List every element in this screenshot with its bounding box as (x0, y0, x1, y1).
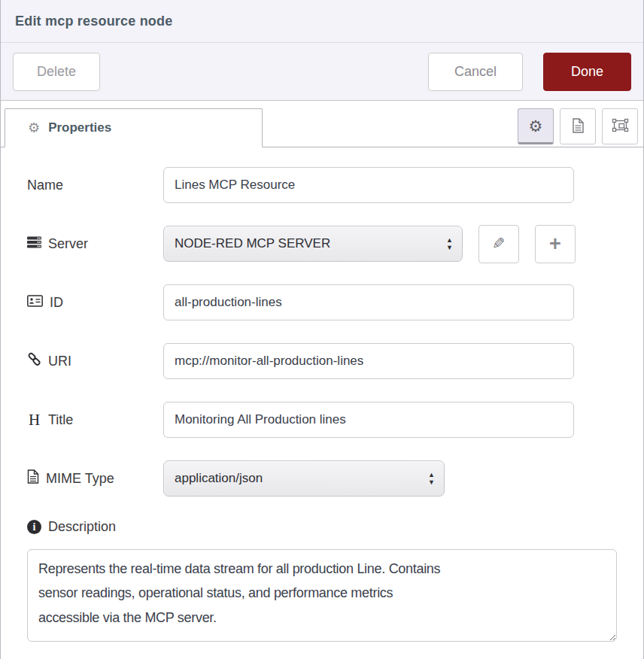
server-select-value: NODE-RED MCP SERVER (175, 236, 330, 251)
edit-node-dialog: Edit mcp resource node Delete Cancel Don… (0, 0, 644, 659)
id-label-text: ID (50, 295, 63, 311)
name-label-text: Name (27, 178, 63, 193)
mime-row: MIME Type application/json ▲▼ (27, 460, 643, 497)
server-label-text: Server (48, 236, 88, 252)
uri-input[interactable] (163, 343, 574, 379)
gear-icon: ⚙︎ (28, 121, 40, 135)
id-row: ID (27, 284, 643, 320)
appearance-view-button[interactable] (602, 108, 638, 144)
title-label-text: Title (48, 412, 73, 428)
gear-icon: ⚙︎ (529, 118, 543, 134)
id-card-icon (27, 295, 43, 311)
cancel-button[interactable]: Cancel (428, 53, 523, 91)
mime-label: MIME Type (27, 469, 163, 487)
description-view-button[interactable] (560, 108, 596, 144)
server-label: Server (27, 236, 163, 252)
description-textarea[interactable]: Represents the real-time data stream for… (27, 549, 617, 642)
file-lines-icon (27, 469, 39, 487)
title-input[interactable] (163, 402, 574, 438)
title-label: H Title (27, 411, 163, 430)
properties-form: Name Server NODE-RED (1, 147, 643, 642)
tab-bar: ⚙︎ Properties ⚙︎ (1, 101, 643, 147)
link-icon (27, 352, 41, 370)
name-row: Name (27, 167, 643, 203)
id-input[interactable] (163, 284, 574, 320)
server-icon (27, 236, 41, 252)
add-server-button[interactable]: + (535, 225, 576, 263)
server-row: Server NODE-RED MCP SERVER ▲▼ ✎ + (27, 226, 643, 262)
title-row: H Title (27, 402, 643, 438)
heading-icon: H (27, 411, 41, 430)
done-button[interactable]: Done (543, 53, 631, 91)
name-label: Name (27, 178, 163, 193)
tab-properties-label: Properties (48, 120, 111, 135)
delete-button[interactable]: Delete (13, 53, 100, 91)
uri-row: URI (27, 343, 643, 379)
id-label: ID (27, 295, 163, 311)
mime-label-text: MIME Type (46, 471, 114, 487)
edit-server-button[interactable]: ✎ (478, 225, 519, 263)
server-select[interactable]: NODE-RED MCP SERVER ▲▼ (163, 226, 463, 262)
tab-view-buttons: ⚙︎ (518, 108, 638, 144)
dialog-title: Edit mcp resource node (15, 14, 172, 29)
tab-properties[interactable]: ⚙︎ Properties (5, 108, 263, 147)
description-label-text: Description (48, 519, 116, 535)
mime-select[interactable]: application/json ▲▼ (163, 460, 445, 497)
dialog-header: Edit mcp resource node (1, 0, 643, 43)
description-label: i Description (27, 519, 643, 535)
select-arrows-icon: ▲▼ (428, 472, 435, 485)
uri-label: URI (27, 352, 163, 370)
pencil-icon: ✎ (492, 235, 506, 253)
mime-select-value: application/json (175, 471, 263, 486)
appearance-icon (612, 118, 629, 135)
properties-view-button[interactable]: ⚙︎ (518, 108, 554, 144)
info-icon: i (27, 520, 41, 534)
uri-label-text: URI (48, 354, 71, 369)
dialog-toolbar: Delete Cancel Done (1, 43, 643, 101)
plus-icon: + (549, 234, 561, 254)
name-input[interactable] (163, 167, 574, 203)
document-icon (572, 118, 585, 135)
select-arrows-icon: ▲▼ (446, 238, 453, 251)
